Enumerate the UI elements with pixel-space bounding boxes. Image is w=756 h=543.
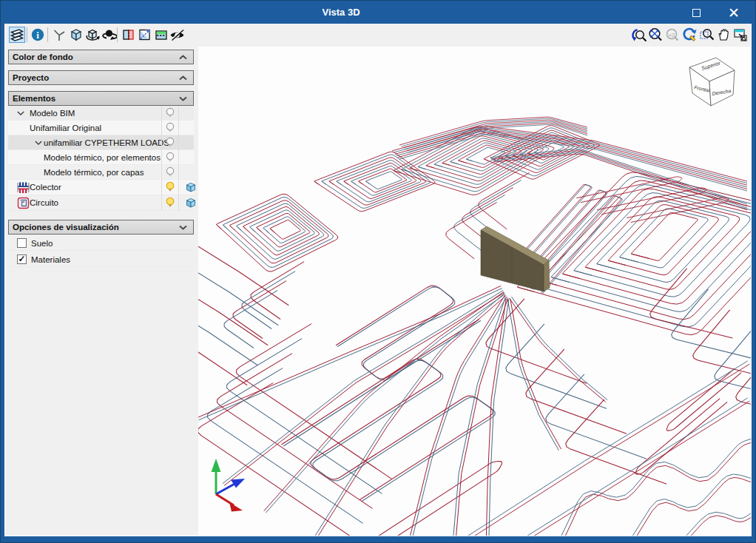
svg-text:×2: ×2: [668, 32, 675, 38]
svg-text:i: i: [36, 30, 39, 41]
